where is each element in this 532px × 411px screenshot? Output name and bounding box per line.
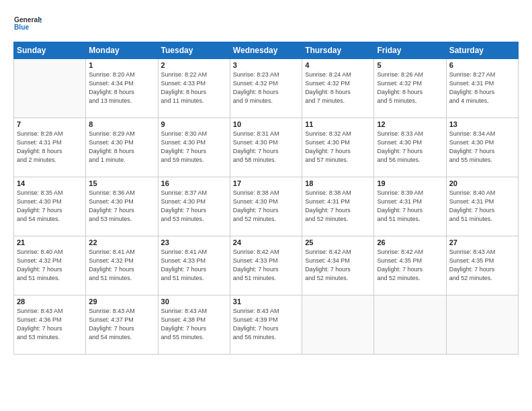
day-info: Sunrise: 8:42 AMSunset: 4:35 PMDaylight:… — [377, 248, 443, 283]
day-info: Sunrise: 8:20 AMSunset: 4:34 PMDaylight:… — [89, 71, 154, 105]
logo: General Blue — [13, 12, 42, 36]
calendar-cell: 14Sunrise: 8:35 AMSunset: 4:30 PMDayligh… — [14, 177, 86, 236]
day-number: 24 — [233, 238, 299, 246]
calendar-cell: 18Sunrise: 8:38 AMSunset: 4:31 PMDayligh… — [302, 177, 374, 236]
page: General Blue SundayMondayTuesdayWednesda… — [0, 0, 532, 411]
day-info: Sunrise: 8:29 AMSunset: 4:30 PMDaylight:… — [89, 130, 154, 165]
day-number: 23 — [161, 238, 227, 246]
day-number: 26 — [377, 238, 443, 246]
calendar-cell: 12Sunrise: 8:33 AMSunset: 4:30 PMDayligh… — [374, 118, 446, 177]
day-info: Sunrise: 8:38 AMSunset: 4:30 PMDaylight:… — [233, 189, 299, 224]
day-number: 9 — [161, 120, 227, 128]
day-number: 8 — [89, 120, 154, 128]
weekday-header: Thursday — [302, 42, 374, 59]
day-info: Sunrise: 8:30 AMSunset: 4:30 PMDaylight:… — [161, 130, 227, 165]
svg-text:General: General — [14, 16, 40, 24]
calendar-cell — [446, 295, 518, 355]
calendar-cell: 4Sunrise: 8:24 AMSunset: 4:32 PMDaylight… — [302, 59, 374, 118]
weekday-header-row: SundayMondayTuesdayWednesdayThursdayFrid… — [14, 42, 519, 59]
day-number: 30 — [161, 298, 227, 306]
day-info: Sunrise: 8:24 AMSunset: 4:32 PMDaylight:… — [305, 71, 371, 105]
day-number: 19 — [377, 179, 443, 187]
day-number: 18 — [305, 179, 371, 187]
day-number: 25 — [305, 238, 371, 246]
svg-text:Blue: Blue — [14, 24, 30, 31]
weekday-header: Monday — [86, 42, 158, 59]
calendar-cell: 20Sunrise: 8:40 AMSunset: 4:31 PMDayligh… — [446, 177, 518, 236]
calendar-cell: 6Sunrise: 8:27 AMSunset: 4:31 PMDaylight… — [446, 59, 518, 118]
day-number: 15 — [89, 179, 154, 187]
logo-graphic: General Blue — [13, 12, 42, 36]
weekday-header: Wednesday — [230, 42, 302, 59]
day-number: 12 — [377, 120, 443, 128]
calendar-week-row: 28Sunrise: 8:43 AMSunset: 4:36 PMDayligh… — [14, 295, 519, 355]
day-number: 17 — [233, 179, 299, 187]
day-info: Sunrise: 8:43 AMSunset: 4:37 PMDaylight:… — [89, 307, 154, 342]
calendar-cell: 2Sunrise: 8:22 AMSunset: 4:33 PMDaylight… — [158, 59, 230, 118]
day-number: 1 — [89, 61, 154, 69]
day-info: Sunrise: 8:39 AMSunset: 4:31 PMDaylight:… — [377, 189, 443, 224]
calendar: SundayMondayTuesdayWednesdayThursdayFrid… — [13, 42, 519, 355]
calendar-cell — [302, 295, 374, 355]
day-info: Sunrise: 8:41 AMSunset: 4:33 PMDaylight:… — [161, 248, 227, 283]
day-info: Sunrise: 8:27 AMSunset: 4:31 PMDaylight:… — [449, 71, 515, 105]
logo-container: General Blue — [13, 12, 42, 36]
day-number: 7 — [17, 120, 83, 128]
day-number: 6 — [449, 61, 515, 69]
calendar-cell — [374, 295, 446, 355]
day-info: Sunrise: 8:35 AMSunset: 4:30 PMDaylight:… — [17, 189, 83, 224]
day-info: Sunrise: 8:31 AMSunset: 4:30 PMDaylight:… — [233, 130, 299, 165]
day-number: 5 — [377, 61, 443, 69]
calendar-cell: 3Sunrise: 8:23 AMSunset: 4:32 PMDaylight… — [230, 59, 302, 118]
day-number: 29 — [89, 298, 154, 306]
day-number: 16 — [161, 179, 227, 187]
day-info: Sunrise: 8:32 AMSunset: 4:30 PMDaylight:… — [305, 130, 371, 165]
day-number: 10 — [233, 120, 299, 128]
calendar-cell: 28Sunrise: 8:43 AMSunset: 4:36 PMDayligh… — [14, 295, 86, 355]
calendar-cell: 21Sunrise: 8:40 AMSunset: 4:32 PMDayligh… — [14, 236, 86, 295]
day-number: 31 — [233, 298, 299, 306]
calendar-cell: 26Sunrise: 8:42 AMSunset: 4:35 PMDayligh… — [374, 236, 446, 295]
day-number: 20 — [449, 179, 515, 187]
calendar-cell: 7Sunrise: 8:28 AMSunset: 4:31 PMDaylight… — [14, 118, 86, 177]
calendar-cell: 13Sunrise: 8:34 AMSunset: 4:30 PMDayligh… — [446, 118, 518, 177]
calendar-cell: 16Sunrise: 8:37 AMSunset: 4:30 PMDayligh… — [158, 177, 230, 236]
calendar-week-row: 7Sunrise: 8:28 AMSunset: 4:31 PMDaylight… — [14, 118, 519, 177]
calendar-cell: 29Sunrise: 8:43 AMSunset: 4:37 PMDayligh… — [86, 295, 158, 355]
day-info: Sunrise: 8:43 AMSunset: 4:35 PMDaylight:… — [449, 248, 515, 283]
weekday-header: Friday — [374, 42, 446, 59]
day-number: 28 — [17, 298, 83, 306]
day-number: 3 — [233, 61, 299, 69]
calendar-cell: 31Sunrise: 8:43 AMSunset: 4:39 PMDayligh… — [230, 295, 302, 355]
day-number: 14 — [17, 179, 83, 187]
calendar-cell: 25Sunrise: 8:42 AMSunset: 4:34 PMDayligh… — [302, 236, 374, 295]
day-info: Sunrise: 8:43 AMSunset: 4:38 PMDaylight:… — [161, 307, 227, 342]
day-number: 27 — [449, 238, 515, 246]
calendar-cell: 1Sunrise: 8:20 AMSunset: 4:34 PMDaylight… — [86, 59, 158, 118]
day-info: Sunrise: 8:42 AMSunset: 4:34 PMDaylight:… — [305, 248, 371, 283]
calendar-cell: 22Sunrise: 8:41 AMSunset: 4:32 PMDayligh… — [86, 236, 158, 295]
day-info: Sunrise: 8:37 AMSunset: 4:30 PMDaylight:… — [161, 189, 227, 224]
weekday-header: Sunday — [14, 42, 86, 59]
day-info: Sunrise: 8:26 AMSunset: 4:32 PMDaylight:… — [377, 71, 443, 105]
calendar-cell — [14, 59, 86, 118]
calendar-cell: 5Sunrise: 8:26 AMSunset: 4:32 PMDaylight… — [374, 59, 446, 118]
calendar-cell: 17Sunrise: 8:38 AMSunset: 4:30 PMDayligh… — [230, 177, 302, 236]
day-info: Sunrise: 8:43 AMSunset: 4:39 PMDaylight:… — [233, 307, 299, 342]
day-info: Sunrise: 8:40 AMSunset: 4:32 PMDaylight:… — [17, 248, 83, 283]
day-info: Sunrise: 8:43 AMSunset: 4:36 PMDaylight:… — [17, 307, 83, 342]
day-info: Sunrise: 8:42 AMSunset: 4:33 PMDaylight:… — [233, 248, 299, 283]
day-info: Sunrise: 8:23 AMSunset: 4:32 PMDaylight:… — [233, 71, 299, 105]
calendar-cell: 9Sunrise: 8:30 AMSunset: 4:30 PMDaylight… — [158, 118, 230, 177]
day-info: Sunrise: 8:41 AMSunset: 4:32 PMDaylight:… — [89, 248, 154, 283]
day-info: Sunrise: 8:40 AMSunset: 4:31 PMDaylight:… — [449, 189, 515, 224]
day-info: Sunrise: 8:38 AMSunset: 4:31 PMDaylight:… — [305, 189, 371, 224]
calendar-cell: 8Sunrise: 8:29 AMSunset: 4:30 PMDaylight… — [86, 118, 158, 177]
day-number: 21 — [17, 238, 83, 246]
weekday-header: Saturday — [446, 42, 518, 59]
calendar-week-row: 21Sunrise: 8:40 AMSunset: 4:32 PMDayligh… — [14, 236, 519, 295]
calendar-cell: 11Sunrise: 8:32 AMSunset: 4:30 PMDayligh… — [302, 118, 374, 177]
day-number: 2 — [161, 61, 227, 69]
calendar-week-row: 14Sunrise: 8:35 AMSunset: 4:30 PMDayligh… — [14, 177, 519, 236]
calendar-cell: 30Sunrise: 8:43 AMSunset: 4:38 PMDayligh… — [158, 295, 230, 355]
